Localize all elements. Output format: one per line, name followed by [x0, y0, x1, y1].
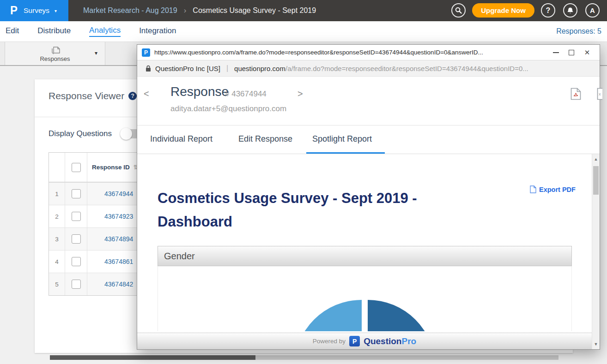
horizontal-scrollbar-thumb[interactable] [50, 355, 255, 360]
responses-pages-icon [50, 44, 62, 55]
horizontal-scrollbar[interactable] [50, 355, 558, 360]
minimize-icon [553, 52, 559, 53]
popup-address-bar[interactable]: QuestionPro Inc [US] | questionpro.com/a… [137, 60, 600, 77]
respondent-email: aditya.datar+5@questionpro.com [170, 104, 286, 113]
brand-name[interactable]: QuestionPro [364, 336, 416, 346]
gender-chart-area [158, 266, 572, 331]
address-path: /a/frame.do?mode=responseeditor&response… [285, 65, 528, 72]
surveys-menu[interactable]: P Surveys ▾ [0, 0, 68, 21]
response-id-header[interactable]: Response ID [92, 164, 130, 171]
display-questions-label: Display Questions [49, 129, 112, 138]
gender-panel-title: Gender [164, 251, 195, 262]
tab-integration[interactable]: Integration [139, 26, 176, 36]
row-checkbox[interactable] [72, 234, 81, 244]
chevron-down-icon: ▾ [55, 8, 57, 13]
search-button[interactable] [451, 3, 466, 18]
gender-panel: Gender [158, 246, 572, 331]
avatar-letter: A [590, 6, 595, 14]
tab-individual-report[interactable]: Individual Report [150, 134, 212, 144]
gender-pie-chart [294, 298, 433, 331]
page-title: Response Viewer ? [49, 90, 137, 101]
tab-spotlight-report[interactable]: Spotlight Report [312, 134, 372, 144]
row-checkbox[interactable] [72, 189, 81, 198]
address-domain: questionpro.com [234, 65, 285, 72]
gender-panel-header: Gender [158, 246, 572, 266]
report-scroll-area: Export PDF Cosmetics Usage Survey - Sept… [137, 154, 600, 349]
report-tabs: Individual Report Edit Response Spotligh… [137, 125, 600, 154]
lock-icon [146, 65, 151, 72]
responses-tool-label: Responses [5, 55, 105, 62]
popup-title-bar[interactable]: P https://www.questionpro.com/a/frame.do… [137, 45, 600, 60]
next-response-button[interactable]: > [297, 89, 303, 99]
dashboard-title-line1: Cosmetics Usage Survey - Sept 2019 - [158, 186, 462, 210]
breadcrumb: Market Research - Aug 2019 › Cosmetics U… [83, 0, 316, 21]
svg-text:x: x [599, 92, 601, 96]
account-avatar[interactable]: A [585, 3, 600, 18]
export-pdf-icon[interactable] [571, 88, 581, 100]
row-checkbox[interactable] [72, 212, 81, 221]
brand-question: Question [364, 336, 401, 346]
questionpro-footer-logo-icon: P [349, 336, 360, 346]
upgrade-now-label: Upgrade Now [481, 6, 526, 14]
response-header: < Response # 43674944 > aditya.datar+5@q… [137, 77, 600, 125]
maximize-icon [569, 50, 574, 55]
certificate-org[interactable]: QuestionPro Inc [US] [155, 65, 220, 72]
close-button[interactable]: ✕ [579, 45, 595, 60]
response-title: Response [170, 84, 229, 99]
row-number: 5 [49, 273, 65, 295]
breadcrumb-survey: Cosmetics Usage Survey - Sept 2019 [193, 6, 316, 15]
survey-nav-bar: Edit Distribute Analytics Integration Re… [0, 21, 607, 42]
dashboard-title: Cosmetics Usage Survey - Sept 2019 - Das… [158, 186, 462, 233]
breadcrumb-folder[interactable]: Market Research - Aug 2019 [83, 6, 177, 15]
tab-distribute[interactable]: Distribute [37, 26, 71, 36]
row-number: 2 [49, 205, 65, 227]
help-button[interactable]: ? [541, 3, 555, 18]
row-checkbox[interactable] [72, 280, 81, 289]
questionpro-favicon-icon: P [142, 48, 150, 57]
export-doc-icon[interactable]: x [597, 88, 602, 100]
previous-response-button[interactable]: < [144, 89, 149, 99]
dashboard-title-line2: Dashboard [158, 210, 462, 233]
pie-slice-left [294, 300, 362, 331]
bell-icon [567, 7, 574, 14]
help-icon: ? [546, 6, 551, 15]
address-divider: | [226, 64, 228, 72]
scroll-up-arrow[interactable]: ▲ [592, 157, 600, 161]
tab-analytics[interactable]: Analytics [89, 26, 121, 37]
powered-by-label: Powered by [313, 338, 346, 345]
powered-by-footer: Powered by P QuestionPro [137, 333, 592, 349]
tab-edit-response[interactable]: Edit Response [238, 134, 292, 144]
pdf-file-icon [530, 185, 536, 193]
response-number: # 43674944 [225, 90, 267, 99]
response-editor-popup: P https://www.questionpro.com/a/frame.do… [137, 44, 600, 350]
select-all-checkbox[interactable] [72, 163, 81, 172]
vertical-scrollbar-thumb[interactable] [593, 166, 599, 195]
nav-items: Edit Distribute Analytics Integration [6, 21, 176, 42]
response-viewer-title: Response Viewer [49, 90, 124, 101]
row-number: 1 [49, 183, 65, 205]
popup-url: https://www.questionpro.com/a/frame.do?m… [154, 49, 548, 56]
screen: P Surveys ▾ Market Research - Aug 2019 ›… [0, 0, 607, 364]
row-checkbox[interactable] [72, 257, 81, 266]
upgrade-now-button[interactable]: Upgrade Now [472, 3, 534, 18]
surveys-label: Surveys [24, 6, 49, 15]
maximize-button[interactable] [564, 45, 579, 60]
row-number: 3 [49, 228, 65, 250]
brand-pro: Pro [401, 336, 416, 346]
responses-tool-button[interactable]: Responses ▾ [5, 42, 105, 65]
pie-slice-right [368, 300, 435, 331]
toggle-knob [120, 128, 132, 140]
export-pdf-link[interactable]: Export PDF [530, 185, 576, 193]
row-number: 4 [49, 251, 65, 273]
scroll-down-arrow[interactable]: ▼ [592, 342, 600, 346]
popup-vertical-scrollbar[interactable]: ▲ ▼ [592, 154, 600, 349]
responses-count: Responses: 5 [556, 21, 601, 42]
top-bar: P Surveys ▾ Market Research - Aug 2019 ›… [0, 0, 607, 21]
export-pdf-label: Export PDF [539, 186, 576, 193]
tab-edit[interactable]: Edit [6, 26, 19, 36]
search-icon [455, 7, 462, 14]
help-tooltip-icon[interactable]: ? [128, 92, 137, 100]
responses-dropdown-caret-icon[interactable]: ▾ [95, 50, 97, 56]
notifications-button[interactable] [563, 3, 577, 18]
minimize-button[interactable] [548, 45, 564, 60]
